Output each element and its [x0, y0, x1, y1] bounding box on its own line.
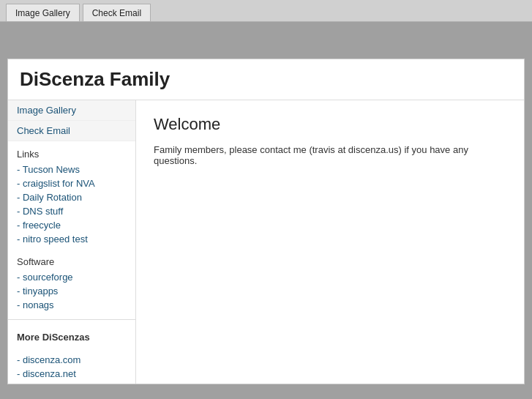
main-container: DiScenza Family Image Gallery Check Emai… — [7, 59, 525, 384]
sidebar-check-email[interactable]: Check Email — [8, 121, 135, 141]
main-content: Welcome Family members, please contact m… — [136, 100, 524, 384]
links-section-title: Links — [17, 149, 127, 160]
link-tinyapps[interactable]: - tinyapps — [17, 284, 127, 298]
more-links-section: - discenza.com - discenza.net — [8, 346, 135, 384]
link-craigslist[interactable]: - craigslist for NVA — [17, 176, 127, 190]
software-section: Software - sourceforge - tinyapps - nona… — [8, 249, 135, 315]
sidebar: Image Gallery Check Email Links - Tucson… — [8, 100, 136, 384]
more-discenzas-title: More DiScenzas — [8, 324, 135, 346]
content-area: Image Gallery Check Email Links - Tucson… — [8, 100, 524, 384]
top-spacer — [0, 22, 532, 59]
bottom-spacer — [0, 392, 532, 399]
site-title: DiScenza Family — [20, 68, 170, 90]
check-email-tab[interactable]: Check Email — [83, 4, 151, 21]
link-nonags[interactable]: - nonags — [17, 298, 127, 312]
sidebar-divider — [8, 319, 135, 320]
link-discenza-com[interactable]: - discenza.com — [17, 353, 127, 367]
welcome-heading: Welcome — [154, 115, 506, 134]
link-dns-stuff[interactable]: - DNS stuff — [17, 204, 127, 218]
image-gallery-tab[interactable]: Image Gallery — [6, 4, 80, 21]
link-freecycle[interactable]: - freecycle — [17, 218, 127, 232]
site-title-bar: DiScenza Family — [8, 59, 524, 100]
welcome-text: Family members, please contact me (travi… — [154, 144, 506, 166]
link-nitro-speed-test[interactable]: - nitro speed test — [17, 232, 127, 246]
link-daily-rotation[interactable]: - Daily Rotation — [17, 190, 127, 204]
sidebar-image-gallery[interactable]: Image Gallery — [8, 100, 135, 121]
top-nav-bar: Image Gallery Check Email — [0, 0, 532, 22]
software-section-title: Software — [17, 256, 127, 267]
link-tucson-news[interactable]: - Tucson News — [17, 163, 127, 176]
link-sourceforge[interactable]: - sourceforge — [17, 270, 127, 284]
links-section: Links - Tucson News - craigslist for NVA… — [8, 141, 135, 249]
link-discenza-net[interactable]: - discenza.net — [17, 367, 127, 381]
